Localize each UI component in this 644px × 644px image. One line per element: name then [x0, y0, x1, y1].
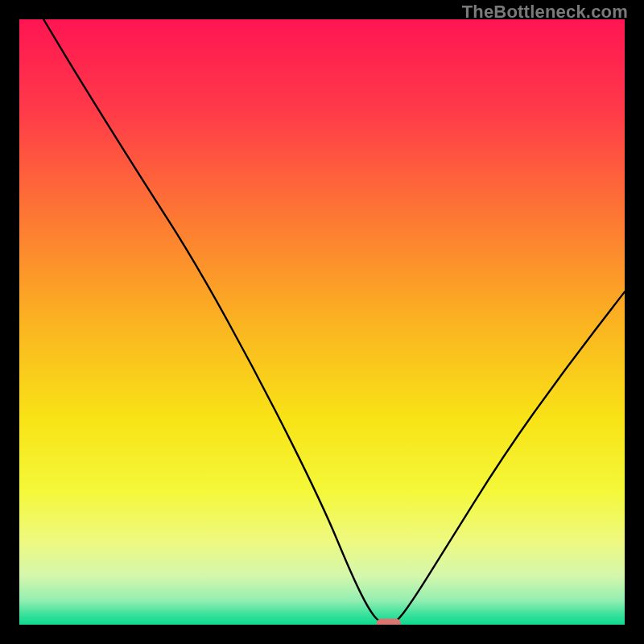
- bottleneck-chart: [19, 19, 625, 625]
- optimum-marker: [377, 619, 401, 625]
- chart-frame: TheBottleneck.com: [0, 0, 644, 644]
- watermark-label: TheBottleneck.com: [462, 2, 628, 23]
- gradient-background: [19, 19, 625, 625]
- plot-area: [19, 19, 625, 625]
